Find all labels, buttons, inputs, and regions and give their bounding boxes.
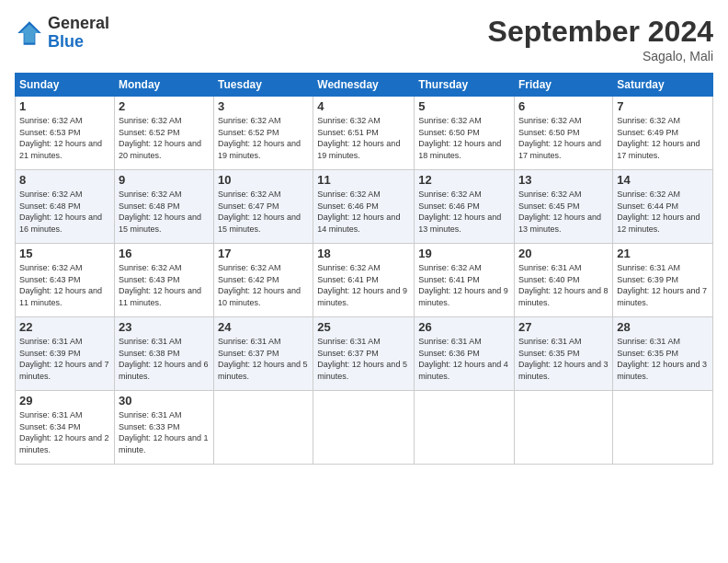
- day-number: 21: [617, 247, 709, 260]
- day-detail: Sunrise: 6:32 AMSunset: 6:47 PMDaylight:…: [218, 190, 301, 234]
- svg-marker-1: [20, 24, 40, 42]
- day-detail: Sunrise: 6:32 AMSunset: 6:43 PMDaylight:…: [119, 263, 201, 307]
- header-row: Sunday Monday Tuesday Wednesday Thursday…: [16, 74, 713, 97]
- day-number: 7: [617, 99, 709, 113]
- day-detail: Sunrise: 6:32 AMSunset: 6:43 PMDaylight:…: [19, 263, 102, 307]
- day-detail: Sunrise: 6:32 AMSunset: 6:50 PMDaylight:…: [518, 116, 601, 160]
- day-number: 9: [119, 173, 210, 187]
- day-detail: Sunrise: 6:32 AMSunset: 6:50 PMDaylight:…: [418, 116, 501, 160]
- day-detail: Sunrise: 6:31 AMSunset: 6:40 PMDaylight:…: [518, 263, 609, 307]
- calendar-cell: 27 Sunrise: 6:31 AMSunset: 6:35 PMDaylig…: [515, 317, 613, 391]
- calendar-cell: 21 Sunrise: 6:31 AMSunset: 6:39 PMDaylig…: [613, 244, 713, 317]
- calendar-week-2: 8 Sunrise: 6:32 AMSunset: 6:48 PMDayligh…: [16, 170, 713, 244]
- day-detail: Sunrise: 6:31 AMSunset: 6:33 PMDaylight:…: [119, 410, 209, 454]
- day-detail: Sunrise: 6:31 AMSunset: 6:35 PMDaylight:…: [617, 337, 707, 381]
- calendar-cell: 24 Sunrise: 6:31 AMSunset: 6:37 PMDaylig…: [214, 317, 313, 391]
- day-number: 12: [418, 173, 510, 187]
- day-detail: Sunrise: 6:31 AMSunset: 6:37 PMDaylight:…: [218, 337, 308, 381]
- calendar-cell: 25 Sunrise: 6:31 AMSunset: 6:37 PMDaylig…: [313, 317, 415, 391]
- day-number: 3: [218, 99, 309, 113]
- day-number: 20: [518, 247, 609, 260]
- day-number: 8: [19, 173, 110, 187]
- day-number: 10: [218, 173, 309, 187]
- calendar-cell: 15 Sunrise: 6:32 AMSunset: 6:43 PMDaylig…: [16, 244, 115, 317]
- calendar-cell: [515, 391, 613, 465]
- calendar-cell: 7 Sunrise: 6:32 AMSunset: 6:49 PMDayligh…: [613, 97, 713, 170]
- col-monday: Monday: [114, 74, 213, 97]
- day-detail: Sunrise: 6:31 AMSunset: 6:38 PMDaylight:…: [119, 337, 209, 381]
- day-number: 19: [418, 247, 510, 260]
- title-section: September 2024 Sagalo, Mali: [488, 15, 713, 63]
- day-detail: Sunrise: 6:31 AMSunset: 6:37 PMDaylight:…: [317, 337, 407, 381]
- calendar-cell: 17 Sunrise: 6:32 AMSunset: 6:42 PMDaylig…: [214, 244, 313, 317]
- day-detail: Sunrise: 6:31 AMSunset: 6:34 PMDaylight:…: [19, 410, 109, 454]
- day-detail: Sunrise: 6:32 AMSunset: 6:48 PMDaylight:…: [119, 190, 201, 234]
- day-number: 1: [19, 99, 110, 113]
- col-wednesday: Wednesday: [313, 74, 415, 97]
- calendar-week-4: 22 Sunrise: 6:31 AMSunset: 6:39 PMDaylig…: [16, 317, 713, 391]
- logo-text: General Blue: [48, 15, 109, 52]
- calendar-cell: 28 Sunrise: 6:31 AMSunset: 6:35 PMDaylig…: [613, 317, 713, 391]
- calendar-week-5: 29 Sunrise: 6:31 AMSunset: 6:34 PMDaylig…: [16, 391, 713, 465]
- day-detail: Sunrise: 6:32 AMSunset: 6:51 PMDaylight:…: [317, 116, 400, 160]
- day-detail: Sunrise: 6:32 AMSunset: 6:42 PMDaylight:…: [218, 263, 301, 307]
- month-title: September 2024: [488, 15, 713, 49]
- day-number: 13: [518, 173, 609, 187]
- col-saturday: Saturday: [613, 74, 713, 97]
- day-detail: Sunrise: 6:32 AMSunset: 6:52 PMDaylight:…: [119, 116, 201, 160]
- page: General Blue September 2024 Sagalo, Mali…: [0, 0, 728, 563]
- logo-blue: Blue: [48, 33, 109, 52]
- calendar-week-3: 15 Sunrise: 6:32 AMSunset: 6:43 PMDaylig…: [16, 244, 713, 317]
- day-detail: Sunrise: 6:32 AMSunset: 6:46 PMDaylight:…: [317, 190, 400, 234]
- calendar-cell: 14 Sunrise: 6:32 AMSunset: 6:44 PMDaylig…: [613, 170, 713, 244]
- day-number: 15: [19, 247, 110, 260]
- logo-icon: [15, 18, 44, 48]
- calendar-cell: [214, 391, 313, 465]
- col-thursday: Thursday: [415, 74, 515, 97]
- calendar-cell: 5 Sunrise: 6:32 AMSunset: 6:50 PMDayligh…: [415, 97, 515, 170]
- calendar-cell: 1 Sunrise: 6:32 AMSunset: 6:53 PMDayligh…: [16, 97, 115, 170]
- calendar-cell: 10 Sunrise: 6:32 AMSunset: 6:47 PMDaylig…: [214, 170, 313, 244]
- calendar-cell: 23 Sunrise: 6:31 AMSunset: 6:38 PMDaylig…: [114, 317, 213, 391]
- day-number: 24: [218, 320, 309, 334]
- calendar-cell: 13 Sunrise: 6:32 AMSunset: 6:45 PMDaylig…: [515, 170, 613, 244]
- day-detail: Sunrise: 6:31 AMSunset: 6:35 PMDaylight:…: [518, 337, 609, 381]
- day-number: 29: [19, 394, 110, 408]
- day-number: 26: [418, 320, 510, 334]
- day-number: 30: [119, 394, 210, 408]
- calendar-week-1: 1 Sunrise: 6:32 AMSunset: 6:53 PMDayligh…: [16, 97, 713, 170]
- day-number: 25: [317, 320, 410, 334]
- logo: General Blue: [15, 15, 109, 52]
- calendar-cell: [613, 391, 713, 465]
- day-number: 22: [19, 320, 110, 334]
- day-number: 11: [317, 173, 410, 187]
- calendar-cell: 2 Sunrise: 6:32 AMSunset: 6:52 PMDayligh…: [114, 97, 213, 170]
- day-number: 17: [218, 247, 309, 260]
- calendar-cell: 12 Sunrise: 6:32 AMSunset: 6:46 PMDaylig…: [415, 170, 515, 244]
- day-detail: Sunrise: 6:31 AMSunset: 6:36 PMDaylight:…: [418, 337, 508, 381]
- day-number: 2: [119, 99, 210, 113]
- calendar-cell: [415, 391, 515, 465]
- day-detail: Sunrise: 6:32 AMSunset: 6:52 PMDaylight:…: [218, 116, 301, 160]
- day-number: 16: [119, 247, 210, 260]
- day-number: 23: [119, 320, 210, 334]
- calendar-cell: 16 Sunrise: 6:32 AMSunset: 6:43 PMDaylig…: [114, 244, 213, 317]
- calendar-cell: [313, 391, 415, 465]
- calendar-cell: 30 Sunrise: 6:31 AMSunset: 6:33 PMDaylig…: [114, 391, 213, 465]
- day-number: 18: [317, 247, 410, 260]
- calendar-cell: 29 Sunrise: 6:31 AMSunset: 6:34 PMDaylig…: [16, 391, 115, 465]
- calendar-table: Sunday Monday Tuesday Wednesday Thursday…: [15, 73, 713, 465]
- day-detail: Sunrise: 6:32 AMSunset: 6:46 PMDaylight:…: [418, 190, 501, 234]
- calendar-cell: 9 Sunrise: 6:32 AMSunset: 6:48 PMDayligh…: [114, 170, 213, 244]
- day-detail: Sunrise: 6:32 AMSunset: 6:53 PMDaylight:…: [19, 116, 102, 160]
- location: Sagalo, Mali: [488, 49, 713, 63]
- day-number: 4: [317, 99, 410, 113]
- day-detail: Sunrise: 6:32 AMSunset: 6:44 PMDaylight:…: [617, 190, 700, 234]
- day-detail: Sunrise: 6:31 AMSunset: 6:39 PMDaylight:…: [617, 263, 707, 307]
- calendar-cell: 20 Sunrise: 6:31 AMSunset: 6:40 PMDaylig…: [515, 244, 613, 317]
- col-sunday: Sunday: [16, 74, 115, 97]
- col-friday: Friday: [515, 74, 613, 97]
- day-detail: Sunrise: 6:32 AMSunset: 6:41 PMDaylight:…: [418, 263, 508, 307]
- calendar-cell: 8 Sunrise: 6:32 AMSunset: 6:48 PMDayligh…: [16, 170, 115, 244]
- day-detail: Sunrise: 6:32 AMSunset: 6:49 PMDaylight:…: [617, 116, 700, 160]
